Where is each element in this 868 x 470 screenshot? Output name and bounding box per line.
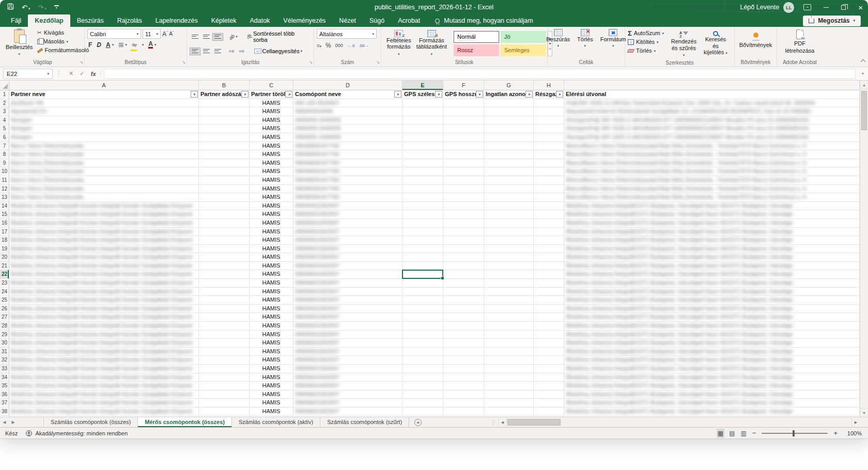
zoom-slider[interactable] [762,433,828,434]
cell-A18[interactable]: Bioklíma Johanna Integrált Humán Integrá… [9,236,199,245]
cell-H12[interactable] [534,185,564,194]
cell-I6[interactable]: /Amegen/Fájl JKF 2025-2-4/KIVAGEN 877 (4… [564,133,860,142]
zoom-percentage[interactable]: 100% [843,430,862,436]
cell-D1[interactable]: Csomópont neve▾ [293,90,402,99]
cell-A3[interactable]: Aquaworld Zrt [9,107,199,116]
cell-C21[interactable]: HAMIS [250,262,293,271]
cell-G30[interactable] [484,339,534,348]
cell-H16[interactable] [534,219,564,228]
cell-C9[interactable]: HAMIS [250,159,293,168]
cell-D31[interactable]: 09606601062007 [293,348,402,356]
cell-F32[interactable] [443,356,484,365]
format-painter-button[interactable]: Formátummásoló [37,46,89,54]
cell-F15[interactable] [443,210,484,219]
cell-C25[interactable]: HAMIS [250,296,293,305]
cell-D23[interactable]: 09606601062007 [293,279,402,288]
cell-A28[interactable]: Bioklíma Johanna Integrált Humán Integrá… [9,322,199,331]
cell-G21[interactable] [484,262,534,271]
conditional-formatting-button[interactable]: Feltételes formázás ▾ [384,30,414,58]
cell-G15[interactable] [484,210,534,219]
cell-B8[interactable] [199,150,250,159]
ribbon-tab-lapelrendezes[interactable]: Lapelrendezés [149,14,205,27]
column-header-D[interactable]: D [293,81,402,90]
cell-E19[interactable] [402,245,443,254]
row-header-35[interactable]: 35 [0,382,9,390]
cell-I21[interactable]: /Bioklíma Johanna Integrált/1071 Budapes… [564,262,860,271]
cell-E34[interactable] [402,373,443,382]
cell-G33[interactable] [484,365,534,373]
cell-H26[interactable] [534,305,564,314]
cell-E33[interactable] [402,365,443,373]
cell-A2[interactable]: Acéltüzér Kft. [9,99,199,108]
cell-B13[interactable] [199,193,250,202]
cell-E23[interactable] [402,279,443,288]
tell-me-box[interactable]: Mutasd meg, hogyan csináljam [435,14,533,27]
cell-G32[interactable] [484,356,534,365]
cell-B29[interactable] [199,331,250,339]
cell-F12[interactable] [443,185,484,194]
cell-C5[interactable]: HAMIS [250,124,293,133]
scroll-up-icon[interactable]: ▲ [860,81,868,89]
row-header-37[interactable]: 37 [0,399,9,408]
cell-I4[interactable]: /Amegen/Fájl JKF 2025-2-4/KIVAGEN 877 (4… [564,116,860,125]
cell-A38[interactable]: Bioklíma Johanna Integrált Humán Integrá… [9,408,199,416]
dialog-launcher-icon[interactable]: ↘ [182,60,185,65]
cell-D10[interactable]: 09646605167760 [293,167,402,176]
increase-font-button[interactable]: Aˆ [162,30,167,38]
cell-I37[interactable]: /Bioklíma Johanna Integrált/1071 Budapes… [564,399,860,408]
ribbon-tab-acrobat[interactable]: Acrobat [391,14,427,27]
cell-D2[interactable]: 096 105 0520407 [293,99,402,108]
cell-A36[interactable]: Bioklíma Johanna Integrált Humán Integrá… [9,390,199,399]
scroll-down-icon[interactable]: ▼ [860,408,868,417]
cell-B4[interactable] [199,116,250,125]
cell-C29[interactable]: HAMIS [250,331,293,339]
cell-H20[interactable] [534,253,564,262]
cell-G7[interactable] [484,142,534,151]
font-name-select[interactable]: Calibri▾ [87,29,141,39]
cell-H28[interactable] [534,322,564,331]
filter-button[interactable]: ▾ [556,91,563,98]
next-sheet-icon[interactable]: ▶ [9,417,18,427]
cell-B28[interactable] [199,322,250,331]
fill-button[interactable]: ↓Kitöltés▾ [628,38,664,46]
cell-H21[interactable] [534,262,564,271]
cell-D7[interactable]: 09646605167760 [293,142,402,151]
cell-H36[interactable] [534,390,564,399]
filter-sorted-button[interactable]: ↓▾ [285,91,292,98]
restore-button[interactable] [841,5,846,10]
cell-H3[interactable] [534,107,564,116]
cell-E28[interactable] [402,322,443,331]
cell-F37[interactable] [443,399,484,408]
cell-G5[interactable] [484,124,534,133]
row-header-25[interactable]: 25 [0,296,9,305]
account-button[interactable]: Lépő Levente LL [740,2,794,13]
row-header-38[interactable]: 38 [0,408,9,416]
clear-button[interactable]: Törlés▾ [628,47,664,55]
cell-F34[interactable] [443,373,484,382]
cell-D16[interactable]: 09606601062007 [293,219,402,228]
cell-C20[interactable]: HAMIS [250,253,293,262]
cell-A27[interactable]: Bioklíma Johanna Integrált Humán Integrá… [9,313,199,322]
ribbon-tab-sugo[interactable]: Súgó [363,14,391,27]
cell-A35[interactable]: Bioklíma Johanna Integrált Humán Integrá… [9,382,199,390]
style-bad[interactable]: Rossz [454,44,499,56]
cell-D5[interactable]: 0960505 2040005 [293,124,402,133]
cell-G10[interactable] [484,167,534,176]
cell-G37[interactable] [484,399,534,408]
cell-A9[interactable]: Barcs Város Önkormányzata [9,159,199,168]
row-header-19[interactable]: 19 [0,245,9,254]
cell-G26[interactable] [484,305,534,314]
cell-A6[interactable]: Amegen [9,133,199,142]
cell-E1[interactable]: GPS széless▾ [402,90,443,99]
cell-D32[interactable]: 09606601062007 [293,356,402,365]
cell-H30[interactable] [534,339,564,348]
cell-B30[interactable] [199,339,250,348]
cell-A33[interactable]: Bioklíma Johanna Integrált Humán Integrá… [9,365,199,373]
find-select-button[interactable]: Keresés és kijelölés ▾ [700,31,732,57]
cell-A37[interactable]: Bioklíma Johanna Integrált Humán Integrá… [9,399,199,408]
cell-G9[interactable] [484,159,534,168]
row-header-8[interactable]: 8 [0,150,9,159]
cell-I29[interactable]: /Bioklíma Johanna Integrált/1071 Budapes… [564,331,860,339]
cell-I35[interactable]: /Bioklíma Johanna Integrált/1071 Budapes… [564,382,860,390]
cell-I32[interactable]: /Bioklíma Johanna Integrált/1071 Budapes… [564,356,860,365]
